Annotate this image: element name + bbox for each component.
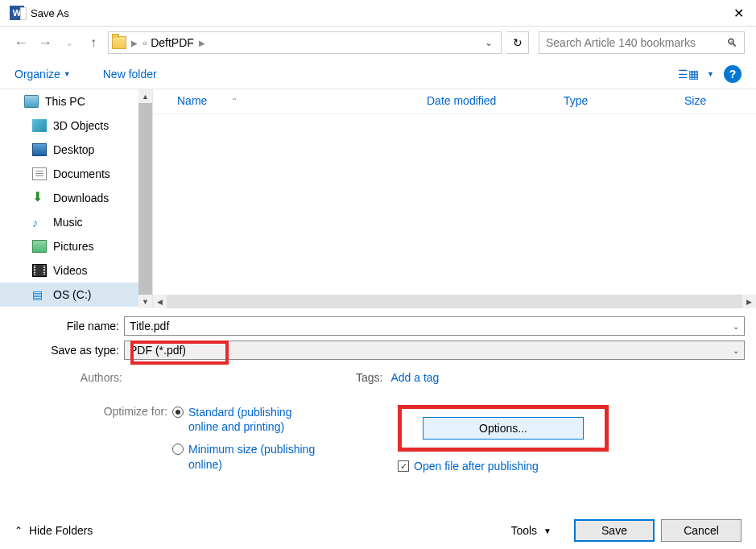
add-tag-input[interactable]: Add a tag [390,371,439,384]
footer: ⌃ Hide Folders Tools ▼ Save Cancel [0,512,756,549]
cancel-button[interactable]: Cancel [661,519,742,542]
sidebar-item-music[interactable]: ♪ Music [0,210,152,234]
scroll-down-button[interactable]: ▼ [138,295,152,308]
downloads-icon: ⬇ [32,192,47,204]
sidebar-item-label: OS (C:) [53,288,91,301]
sidebar-item-videos[interactable]: Videos [0,258,152,283]
checkbox-icon: ✓ [398,460,409,472]
sidebar-item-pictures[interactable]: Pictures [0,234,152,258]
chevron-down-icon: ▼ [543,526,552,535]
path-prefix: « [143,38,147,47]
scroll-up-button[interactable]: ▲ [138,89,152,103]
view-dropdown[interactable]: ▼ [707,70,714,78]
file-list: Name⌃ Date modified Type Size ◀ ▶ [153,89,756,308]
scroll-thumb[interactable] [138,103,152,295]
drive-icon: ▤ [32,288,47,301]
highlight-annotation: Options... [398,405,609,452]
checkbox-label: Open file after publishing [414,460,539,473]
column-type[interactable]: Type [564,94,684,107]
breadcrumb-item[interactable]: DeftPDF [151,36,194,49]
optimize-label: Optimize for: [11,405,172,473]
sidebar-item-label: 3D Objects [53,119,109,132]
radio-icon [172,407,184,418]
path-dropdown[interactable]: ⌄ [485,37,498,48]
optimize-row: Optimize for: Standard (publishing onlin… [11,387,745,473]
hide-folders-label: Hide Folders [29,524,93,537]
chevron-right-icon: ▶ [197,39,207,47]
file-list-header: Name⌃ Date modified Type Size [153,89,756,114]
sidebar-item-label: This PC [45,95,85,108]
right-column: Options... ✓ Open file after publishing [398,405,609,473]
open-after-checkbox[interactable]: ✓ Open file after publishing [398,460,609,473]
radio-icon [172,444,184,455]
saveastype-label: Save as type: [11,344,124,357]
saveastype-value: PDF (*.pdf) [130,344,186,357]
filename-row: File name: Title.pdf ⌄ [11,316,745,336]
scroll-left-button[interactable]: ◀ [153,295,167,308]
forward-button[interactable]: → [35,35,55,52]
options-button[interactable]: Options... [423,417,584,440]
sidebar-scrollbar[interactable]: ▲ ▼ [138,89,152,308]
organize-menu[interactable]: Organize▼ [14,68,71,80]
column-date[interactable]: Date modified [427,94,564,107]
authors-label: Authors: [8,371,127,384]
chevron-down-icon[interactable]: ⌄ [733,346,739,355]
chevron-up-icon: ⌃ [14,525,23,536]
radio-standard[interactable]: Standard (publishing online and printing… [172,405,317,434]
pictures-icon [32,240,47,253]
sidebar-item-os-c[interactable]: ▤ OS (C:) [0,283,152,307]
chevron-down-icon[interactable]: ⌄ [733,322,739,331]
back-button[interactable]: ← [11,35,31,52]
sidebar-item-3d-objects[interactable]: 3D Objects [0,114,152,138]
horizontal-scrollbar[interactable]: ◀ ▶ [153,295,756,308]
documents-icon [32,167,47,180]
sidebar-item-downloads[interactable]: ⬇ Downloads [0,186,152,210]
up-button[interactable]: ↑ [84,35,103,50]
sidebar-item-label: Music [53,216,83,229]
filename-label: File name: [11,320,124,332]
music-icon: ♪ [32,216,47,229]
filename-value: Title.pdf [130,320,169,332]
h-scroll-thumb[interactable] [167,295,742,308]
close-button[interactable]: ✕ [730,6,746,21]
new-folder-button[interactable]: New folder [103,68,157,80]
navigation-bar: ← → ⌄ ↑ ▶ « DeftPDF ▶ ⌄ ↻ Search Article… [0,27,756,59]
tags-label: Tags: [356,371,382,384]
column-name[interactable]: Name⌃ [177,94,427,107]
sidebar-item-label: Videos [53,264,88,277]
radio-label: Minimum size (publishing online) [188,442,317,471]
tools-menu[interactable]: Tools ▼ [510,524,552,537]
saveastype-row: Save as type: PDF (*.pdf) ⌄ [11,341,745,360]
radio-label: Standard (publishing online and printing… [188,405,317,434]
main-area: This PC 3D Objects Desktop Documents ⬇ D… [0,89,756,308]
pc-icon [24,95,39,108]
saveastype-select[interactable]: PDF (*.pdf) ⌄ [124,341,745,360]
hide-folders-button[interactable]: ⌃ Hide Folders [14,524,93,537]
search-input[interactable]: Search Article 140 bookmarks 🔍︎ [539,31,745,54]
titlebar: W Save As ✕ [0,0,756,27]
save-button[interactable]: Save [574,519,655,542]
help-button[interactable]: ? [724,65,742,83]
3d-icon [32,119,47,132]
search-placeholder: Search Article 140 bookmarks [546,36,696,49]
refresh-button[interactable]: ↻ [506,31,529,54]
search-icon: 🔍︎ [726,36,737,49]
radio-minimum[interactable]: Minimum size (publishing online) [172,442,317,471]
desktop-icon [32,143,47,156]
word-icon: W [10,6,24,20]
chevron-right-icon: ▶ [130,39,139,47]
scroll-right-button[interactable]: ▶ [742,295,756,308]
sidebar-item-this-pc[interactable]: This PC [0,89,152,114]
recent-dropdown[interactable]: ⌄ [60,37,79,48]
sidebar-item-label: Downloads [53,192,109,204]
filename-input[interactable]: Title.pdf ⌄ [124,316,745,336]
sidebar-item-label: Desktop [53,143,94,156]
sidebar-item-label: Documents [53,167,110,180]
address-bar[interactable]: ▶ « DeftPDF ▶ ⌄ [108,31,502,54]
sidebar-item-documents[interactable]: Documents [0,162,152,186]
column-size[interactable]: Size [684,94,706,107]
sidebar-item-desktop[interactable]: Desktop [0,138,152,162]
view-options-button[interactable]: ☰▦ [680,67,697,81]
folder-icon [112,36,126,49]
sidebar: This PC 3D Objects Desktop Documents ⬇ D… [0,89,153,308]
